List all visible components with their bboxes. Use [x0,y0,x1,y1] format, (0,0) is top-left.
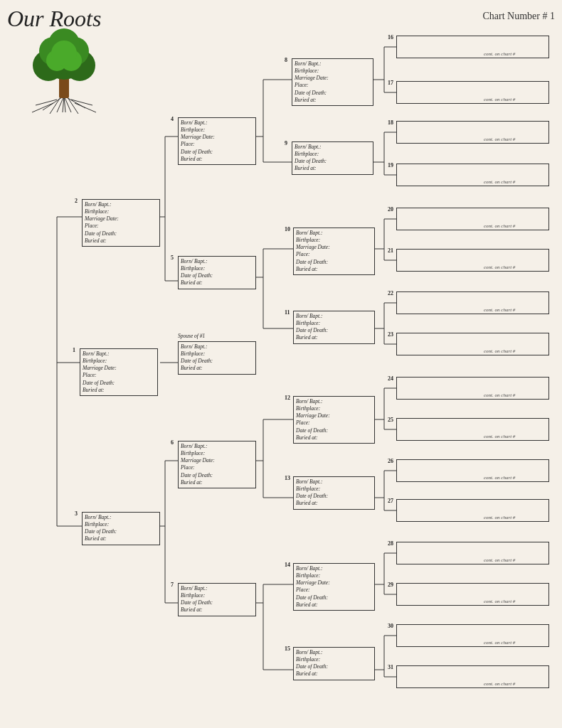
person-box-8: Born/ Bapt.: Birthplace: Marriage Date: … [292,58,373,106]
spouse-label: Spouse of #1 [178,333,205,339]
cont-box-21 [396,249,549,272]
cont-box-27 [396,499,549,522]
cont-text-25: cont. on chart # [484,434,515,439]
person-box-10: Born/ Bapt.: Birthplace: Marriage Date: … [293,228,375,275]
num-label-30: 30 [388,623,393,629]
num-label-19: 19 [388,162,393,168]
num-label-7: 7 [171,582,174,588]
person-box-5: Born/ Bapt.: Birthplace: Date of Death: … [178,256,256,289]
svg-line-7 [75,103,96,112]
cont-box-29 [396,583,549,606]
cont-box-26 [396,459,549,482]
person-box-13: Born/ Bapt.: Birthplace: Date of Death: … [293,476,375,510]
page: Our Roots Chart Number # 1 [0,0,562,728]
person-box-3: Born/ Bapt.: Birthplace: Date of Death: … [82,512,160,545]
cont-text-18: cont. on chart # [484,136,515,142]
cont-box-24 [396,377,549,400]
tree-illustration [21,28,107,114]
num-label-15: 15 [285,646,290,652]
cont-box-23 [396,333,549,355]
num-label-1: 1 [73,347,75,353]
cont-box-16 [396,36,549,58]
cont-text-31: cont. on chart # [484,681,515,687]
svg-line-6 [32,103,53,112]
cont-text-30: cont. on chart # [484,640,515,646]
cont-box-25 [396,418,549,441]
num-label-22: 22 [388,290,393,296]
cont-box-28 [396,542,549,564]
num-label-12: 12 [285,395,290,401]
person-box-12: Born/ Bapt.: Birthplace: Marriage Date: … [293,396,375,444]
cont-text-23: cont. on chart # [484,348,515,354]
cont-box-20 [396,208,549,230]
header: Our Roots Chart Number # 1 [7,7,555,30]
num-label-23: 23 [388,331,393,338]
cont-text-20: cont. on chart # [484,223,515,229]
num-label-13: 13 [285,475,290,481]
num-label-20: 20 [388,206,393,213]
num-label-17: 17 [388,80,393,86]
person-box-2: Born/ Bapt.: Birthplace: Marriage Date: … [82,199,160,247]
cont-text-16: cont. on chart # [484,51,515,57]
num-label-3: 3 [75,510,78,517]
svg-rect-12 [59,77,69,98]
cont-text-24: cont. on chart # [484,392,515,398]
num-label-27: 27 [388,498,393,504]
num-label-16: 16 [388,34,393,41]
cont-box-18 [396,121,549,144]
num-label-6: 6 [171,439,174,446]
person-box-11: Born/ Bapt.: Birthplace: Date of Death: … [293,311,375,344]
app-title: Our Roots [7,7,101,30]
cont-text-26: cont. on chart # [484,475,515,481]
person-box-spouse: Born/ Bapt.: Birthplace: Date of Death: … [178,341,256,375]
svg-point-21 [51,41,77,66]
person-box-6: Born/ Bapt.: Birthplace: Marriage Date: … [178,441,256,488]
person-box-1: Born/ Bapt.: Birthplace: Marriage Date: … [80,348,158,396]
person-box-4: Born/ Bapt.: Birthplace: Marriage Date: … [178,117,256,165]
cont-text-22: cont. on chart # [484,307,515,313]
num-label-5: 5 [171,255,174,261]
person-box-7: Born/ Bapt.: Birthplace: Date of Death: … [178,583,256,616]
svg-line-5 [71,100,92,105]
cont-text-21: cont. on chart # [484,264,515,270]
num-label-26: 26 [388,458,393,464]
cont-text-28: cont. on chart # [484,557,515,563]
num-label-10: 10 [285,226,290,232]
cont-box-22 [396,291,549,314]
num-label-18: 18 [388,119,393,126]
cont-box-30 [396,624,549,647]
num-label-24: 24 [388,375,393,382]
cont-text-27: cont. on chart # [484,515,515,520]
num-label-31: 31 [388,664,393,670]
cont-text-19: cont. on chart # [484,179,515,185]
person-box-15: Born/ Bapt.: Birthplace: Date of Death: … [293,647,375,680]
chart-number: Chart Number # 1 [483,7,555,22]
cont-text-17: cont. on chart # [484,97,515,102]
num-label-28: 28 [388,540,393,547]
num-label-4: 4 [171,116,174,122]
num-label-21: 21 [388,247,393,254]
num-label-14: 14 [285,562,290,568]
num-label-11: 11 [285,309,290,316]
num-label-9: 9 [285,140,287,146]
person-box-14: Born/ Bapt.: Birthplace: Marriage Date: … [293,563,375,611]
cont-box-17 [396,81,549,104]
cont-text-29: cont. on chart # [484,599,515,604]
cont-box-19 [396,164,549,186]
num-label-25: 25 [388,417,393,423]
num-label-8: 8 [285,57,287,63]
cont-box-31 [396,665,549,688]
num-label-2: 2 [75,198,78,204]
num-label-29: 29 [388,582,393,588]
svg-line-4 [36,100,57,105]
person-box-9: Born/ Bapt.: Birthplace: Date of Death: … [292,141,373,175]
